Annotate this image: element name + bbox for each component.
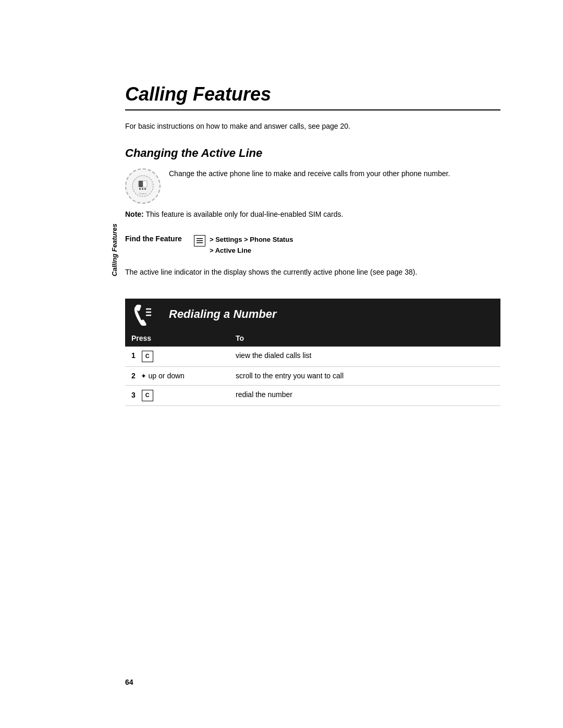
svg-rect-7 xyxy=(197,238,203,239)
find-feature-bar: Find the Feature > Settings > Phone Stat… xyxy=(125,232,500,258)
feature-desc-text: Change the active phone line to make and… xyxy=(169,168,500,179)
active-line-path: > Active Line xyxy=(210,246,251,254)
sim-feature-icon: Feature xyxy=(125,168,161,204)
table-cell-press-3: 3 C xyxy=(125,386,229,406)
svg-text:Feature: Feature xyxy=(139,192,147,195)
svg-rect-5 xyxy=(144,188,146,190)
redialing-heading: Redialing a Number xyxy=(125,299,500,330)
feature-note: Note: This feature is available only for… xyxy=(125,209,500,220)
table-row: 3 C redial the number xyxy=(125,386,500,406)
table-cell-action-2: scroll to the entry you want to call xyxy=(229,366,500,386)
c-button-icon-1: C xyxy=(142,351,153,362)
path-line1: > Settings > Phone Status xyxy=(210,235,293,245)
svg-rect-2 xyxy=(143,181,147,187)
table-cell-action-3: redial the number xyxy=(229,386,500,406)
main-content: Calling Features For basic instructions … xyxy=(125,83,500,406)
svg-rect-9 xyxy=(197,242,203,243)
redialing-section: Redialing a Number Press To 1 C xyxy=(125,299,500,406)
settings-phone-status: > Settings > Phone Status xyxy=(210,236,293,243)
nav-icon: ✦ xyxy=(141,372,146,381)
redialing-heading-label: Redialing a Number xyxy=(169,307,277,321)
table-cell-press-1: 1 C xyxy=(125,347,229,367)
find-feature-row: > Settings > Phone Status > Active Line xyxy=(194,235,293,256)
table-header-row: Press To xyxy=(125,330,500,347)
feature-description: Change the active phone line to make and… xyxy=(169,168,500,179)
page-number: 64 xyxy=(125,678,133,686)
section1-heading: Changing the Active Line xyxy=(125,146,500,160)
table-body: 1 C view the dialed calls list 2 ✦ up or… xyxy=(125,347,500,406)
svg-rect-3 xyxy=(139,188,141,190)
menu-icon xyxy=(194,235,205,246)
c-button-icon-3: C xyxy=(142,390,153,401)
row-num-2: 2 xyxy=(131,372,136,380)
menu-icon-svg xyxy=(195,237,204,245)
note-content: This feature is available only for dual-… xyxy=(145,210,343,218)
changing-active-line-section: Feature Change the active phone line to … xyxy=(125,168,500,290)
table-header: Press To xyxy=(125,330,500,347)
chapter-title: Calling Features xyxy=(125,83,500,110)
row-num-1: 1 xyxy=(131,351,136,360)
feature-icon-svg: Feature xyxy=(131,175,154,198)
svg-rect-8 xyxy=(197,240,203,241)
active-line-description: The active line indicator in the display… xyxy=(125,267,500,278)
svg-rect-1 xyxy=(139,181,143,187)
redialing-icon xyxy=(125,299,161,330)
row-num-3: 3 xyxy=(131,391,136,399)
svg-rect-4 xyxy=(142,188,143,190)
sidebar-label-text: Calling Features xyxy=(111,224,118,276)
feature-top: Feature Change the active phone line to … xyxy=(125,168,500,204)
note-label: Note: xyxy=(125,210,144,218)
sidebar-label: Calling Features xyxy=(107,198,121,302)
table-row: 2 ✦ up or down scroll to the entry you w… xyxy=(125,366,500,386)
find-feature-label: Find the Feature xyxy=(125,235,188,243)
col-to-header: To xyxy=(229,330,500,347)
feature-icon: Feature xyxy=(125,168,161,204)
table-cell-press-2: 2 ✦ up or down xyxy=(125,366,229,386)
path-line2: > Active Line xyxy=(210,245,293,256)
find-feature-path: > Settings > Phone Status > Active Line xyxy=(210,235,293,256)
phone-redial-icon xyxy=(131,303,154,326)
intro-text: For basic instructions on how to make an… xyxy=(125,121,500,132)
table-row: 1 C view the dialed calls list xyxy=(125,347,500,367)
up-or-down-text: up or down xyxy=(149,372,185,380)
col-press-header: Press xyxy=(125,330,229,347)
redialing-heading-text: Redialing a Number xyxy=(161,299,500,330)
table-cell-action-1: view the dialed calls list xyxy=(229,347,500,367)
page-container: Calling Features Calling Features For ba… xyxy=(0,0,563,728)
press-table: Press To 1 C view the dialed calls list xyxy=(125,330,500,406)
